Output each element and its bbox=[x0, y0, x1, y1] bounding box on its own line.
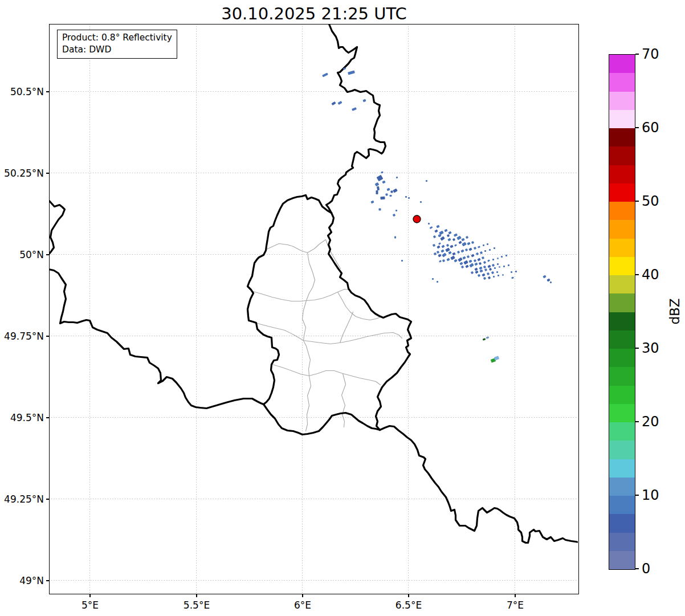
x-tick bbox=[515, 594, 515, 597]
radar-echo bbox=[487, 259, 490, 262]
radar-echo bbox=[501, 256, 503, 258]
radar-echo bbox=[468, 248, 472, 251]
radar-echo bbox=[446, 244, 449, 247]
radar-echo bbox=[454, 233, 458, 236]
colorbar-segment bbox=[609, 183, 635, 202]
canton-border bbox=[307, 253, 315, 301]
x-tick-label: 7°E bbox=[490, 599, 541, 611]
radar-echo bbox=[442, 259, 445, 262]
radar-echo bbox=[474, 259, 476, 262]
x-tick bbox=[408, 594, 409, 597]
colorbar-tick-label: 30 bbox=[642, 340, 659, 357]
radar-echo bbox=[440, 236, 445, 240]
y-tick-label: 49°N bbox=[0, 574, 44, 587]
radar-echo bbox=[434, 252, 437, 255]
y-tick bbox=[46, 417, 49, 418]
canton-border bbox=[340, 312, 353, 343]
map-plot-area: Product: 0.8° Reflectivity Data: DWD bbox=[49, 24, 579, 594]
radar-echo bbox=[483, 266, 486, 268]
radar-echo bbox=[505, 255, 507, 256]
colorbar-segment bbox=[609, 440, 635, 459]
product-info-box: Product: 0.8° Reflectivity Data: DWD bbox=[57, 30, 177, 59]
radar-echo bbox=[478, 246, 480, 248]
radar-echo bbox=[498, 275, 499, 276]
radar-echo bbox=[479, 267, 482, 270]
x-tick bbox=[89, 594, 90, 597]
radar-echo bbox=[439, 231, 444, 235]
radar-echo bbox=[446, 258, 450, 262]
colorbar-segment bbox=[609, 349, 635, 367]
radar-echo bbox=[547, 279, 550, 282]
radar-echo bbox=[447, 238, 451, 242]
colorbar-segment bbox=[609, 459, 635, 478]
y-tick bbox=[46, 580, 49, 581]
radar-echo bbox=[428, 223, 430, 225]
radar-echo bbox=[352, 107, 357, 111]
radar-echo bbox=[493, 276, 495, 278]
radar-figure: 30.10.2025 21:25 UTC Product: 0.8° Refle… bbox=[0, 0, 685, 616]
radar-echo bbox=[543, 275, 546, 279]
colorbar-tick bbox=[635, 127, 639, 128]
radar-echo bbox=[461, 238, 464, 242]
radar-echo bbox=[395, 210, 397, 211]
radar-echo bbox=[487, 265, 491, 268]
country-border bbox=[380, 426, 578, 543]
radar-echo bbox=[444, 229, 447, 232]
y-tick-label: 50°N bbox=[0, 248, 44, 261]
radar-echo bbox=[394, 236, 396, 239]
radar-echo bbox=[430, 226, 433, 229]
radar-echo bbox=[489, 268, 492, 271]
map-canvas bbox=[50, 25, 578, 593]
y-tick-label: 50.5°N bbox=[0, 85, 44, 98]
radar-echo bbox=[497, 263, 499, 265]
colorbar-segment bbox=[609, 312, 635, 331]
radar-echo bbox=[379, 209, 381, 211]
radar-echo bbox=[508, 264, 509, 266]
radar-echo bbox=[420, 201, 422, 203]
country-border bbox=[264, 405, 380, 435]
radar-echo bbox=[488, 276, 491, 279]
colorbar-segment bbox=[609, 257, 635, 275]
radar-echo bbox=[322, 73, 328, 77]
radar-echo bbox=[396, 177, 398, 178]
radar-echo bbox=[475, 271, 478, 274]
radar-echo bbox=[385, 193, 388, 196]
colorbar-segment bbox=[609, 202, 635, 220]
radar-echo bbox=[511, 271, 512, 273]
colorbar-tick bbox=[635, 568, 639, 569]
colorbar-segment bbox=[609, 220, 635, 238]
colorbar-segment bbox=[609, 128, 635, 146]
colorbar-segment bbox=[609, 239, 635, 257]
radar-echo bbox=[503, 266, 505, 267]
radar-echo bbox=[467, 255, 470, 258]
radar-echo bbox=[461, 266, 464, 268]
radar-echo bbox=[474, 268, 478, 271]
radar-echo bbox=[375, 182, 380, 186]
radar-echo bbox=[436, 225, 439, 229]
radar-echo bbox=[494, 267, 496, 269]
radar-echo bbox=[458, 257, 463, 262]
radar-echo bbox=[437, 251, 439, 254]
radar-echo bbox=[454, 259, 457, 263]
radar-echo bbox=[432, 278, 434, 280]
radar-echo bbox=[462, 256, 466, 260]
radar-echo bbox=[458, 240, 462, 244]
country-border bbox=[50, 270, 264, 409]
radar-echo bbox=[426, 180, 427, 182]
radar-echo bbox=[377, 175, 384, 181]
radar-echo bbox=[491, 271, 494, 274]
colorbar-segment bbox=[609, 293, 635, 312]
y-tick-label: 49.5°N bbox=[0, 411, 44, 424]
radar-echo bbox=[477, 258, 480, 262]
radar-echo bbox=[457, 251, 460, 254]
radar-echo bbox=[460, 250, 464, 253]
radar-echo bbox=[382, 181, 385, 184]
radar-echo bbox=[502, 274, 504, 276]
radar-echo bbox=[408, 197, 410, 199]
data-source-label: Data: DWD bbox=[62, 44, 172, 56]
country-border bbox=[50, 201, 65, 255]
radar-echo bbox=[452, 238, 455, 241]
radar-echo bbox=[474, 247, 476, 250]
radar-echo bbox=[391, 191, 393, 193]
radar-echo bbox=[448, 251, 451, 255]
